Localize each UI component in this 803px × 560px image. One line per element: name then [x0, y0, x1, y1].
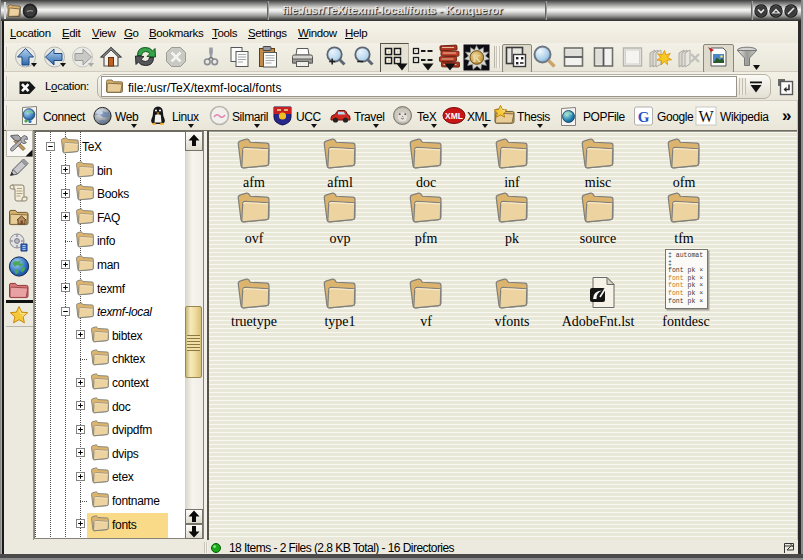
svg-text:G: G [638, 109, 650, 125]
svg-text:W: W [698, 108, 714, 125]
svg-text:K: K [473, 52, 482, 64]
svg-text:XML: XML [445, 111, 463, 121]
